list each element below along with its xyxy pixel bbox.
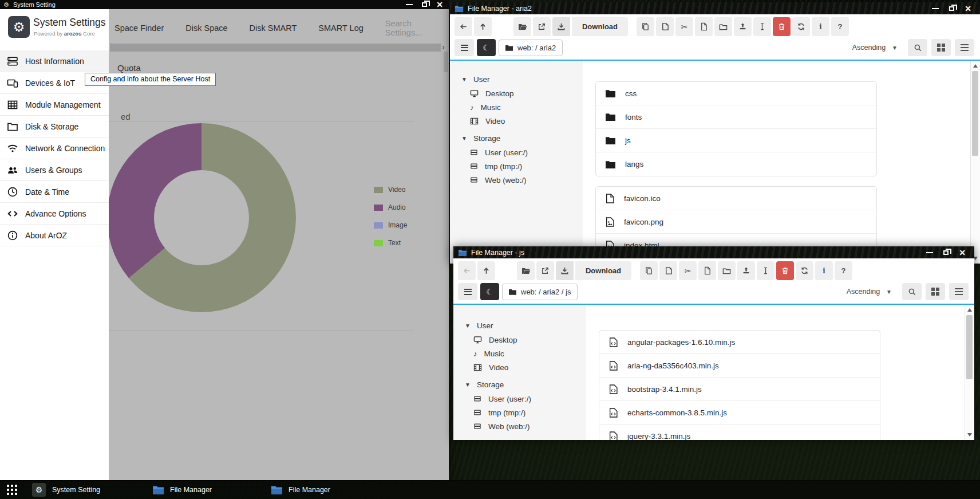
sidebar-item-host-information[interactable]: Host Information <box>0 50 109 72</box>
upload-button[interactable] <box>737 261 755 280</box>
sidebar-item-disk-storage[interactable]: Disk & Storage <box>0 116 109 137</box>
maximize-icon[interactable] <box>949 6 954 11</box>
tree-group-storage[interactable]: ▼Storage <box>465 378 586 392</box>
tree-item-web-drive[interactable]: Web (web:/) <box>461 173 583 187</box>
theme-toggle-button[interactable]: ☾ <box>480 283 499 300</box>
search-button[interactable] <box>902 283 922 300</box>
scroll-right-chevron-icon[interactable]: › <box>442 42 445 52</box>
tree-group-storage[interactable]: ▼Storage <box>461 131 583 146</box>
sidebar-item-about-aroz[interactable]: About ArOZ <box>0 225 109 246</box>
download-icon-button[interactable] <box>552 17 570 36</box>
grid-view-button[interactable] <box>931 39 951 56</box>
refresh-button[interactable] <box>796 261 813 280</box>
app-launcher-icon[interactable] <box>7 485 17 495</box>
paste-button[interactable] <box>659 261 677 280</box>
cut-button[interactable]: ✂ <box>675 17 693 36</box>
sort-order-dropdown[interactable]: Ascending ▼ <box>846 40 904 56</box>
fm-aria2-scrollbar[interactable] <box>970 61 980 264</box>
delete-button[interactable] <box>773 17 791 36</box>
search-button[interactable] <box>908 39 927 56</box>
paste-button[interactable] <box>656 17 674 36</box>
tree-item-desktop[interactable]: Desktop <box>465 333 586 347</box>
sidebar-item-network-connection[interactable]: Network & Connection <box>0 137 109 159</box>
grid-view-button[interactable] <box>926 283 945 300</box>
file-row-jquery[interactable]: jquery-3.3.1.min.js <box>599 425 880 440</box>
tree-item-video[interactable]: Video <box>465 360 586 374</box>
close-icon[interactable]: ✕ <box>436 1 443 9</box>
file-row-js[interactable]: js <box>596 129 876 152</box>
new-file-button[interactable] <box>695 17 713 36</box>
tab-disk-smart[interactable]: Disk SMART <box>250 23 297 33</box>
new-file-button[interactable] <box>698 261 716 280</box>
tree-item-music[interactable]: ♪Music <box>461 100 583 114</box>
tab-space-finder[interactable]: Space Finder <box>114 23 164 33</box>
download-icon-button[interactable] <box>556 261 574 280</box>
download-button[interactable]: Download <box>572 17 628 36</box>
breadcrumb[interactable]: web: / aria2 <box>499 40 563 56</box>
taskbar-item-system-setting[interactable]: ⚙ System Setting <box>32 483 100 497</box>
open-button[interactable] <box>517 261 535 280</box>
tree-item-music[interactable]: ♪Music <box>465 347 586 360</box>
tree-group-user[interactable]: ▼User <box>465 319 586 333</box>
rename-button[interactable] <box>757 261 774 280</box>
tree-item-video[interactable]: Video <box>461 114 583 128</box>
tree-item-tmp-drive[interactable]: tmp (tmp:/) <box>461 159 583 173</box>
tree-item-desktop[interactable]: Desktop <box>461 87 583 100</box>
tree-item-user-drive[interactable]: User (user:/) <box>461 146 583 159</box>
open-external-button[interactable] <box>536 261 554 280</box>
file-row-favicon-ico[interactable]: favicon.ico <box>596 187 876 210</box>
tree-group-user[interactable]: ▼User <box>461 72 583 87</box>
download-button[interactable]: Download <box>575 261 631 280</box>
help-button[interactable]: ? <box>835 261 852 280</box>
list-view-button[interactable] <box>949 283 969 300</box>
copy-button[interactable] <box>640 261 658 280</box>
file-row-css[interactable]: css <box>596 82 876 105</box>
breadcrumb[interactable]: web: / aria2 / js <box>502 284 578 300</box>
file-row-echarts[interactable]: echarts-common-3.8.5.min.js <box>599 401 880 425</box>
minimize-icon[interactable] <box>932 8 939 9</box>
menu-button[interactable] <box>455 39 474 56</box>
new-folder-button[interactable] <box>718 261 736 280</box>
fm-js-scrollbar[interactable] <box>965 305 974 440</box>
file-row-favicon-png[interactable]: favicon.png <box>596 210 876 234</box>
maximize-icon[interactable] <box>943 250 949 255</box>
file-row-langs[interactable]: langs <box>596 152 876 176</box>
new-folder-button[interactable] <box>714 17 732 36</box>
rename-button[interactable] <box>753 17 771 36</box>
copy-button[interactable] <box>637 17 654 36</box>
system-settings-titlebar[interactable]: ⚙ System Setting ✕ <box>0 0 449 9</box>
tree-item-web-drive[interactable]: Web (web:/) <box>465 419 586 433</box>
scroll-up-icon[interactable] <box>967 308 972 312</box>
sort-order-dropdown[interactable]: Ascending ▼ <box>840 284 898 300</box>
search-settings-input[interactable]: Search Settings... <box>385 19 449 37</box>
cut-button[interactable]: ✂ <box>679 261 697 280</box>
scroll-up-icon[interactable] <box>973 64 978 68</box>
fm-aria2-titlebar[interactable]: File Manager - aria2 ✕ <box>450 2 980 14</box>
tab-smart-log[interactable]: SMART Log <box>318 23 363 33</box>
horizontal-scrollbar[interactable] <box>110 44 441 52</box>
sidebar-item-users-groups[interactable]: Users & Groups <box>0 159 109 181</box>
file-row-fonts[interactable]: fonts <box>596 105 876 129</box>
list-view-button[interactable] <box>955 39 974 56</box>
file-row-angular[interactable]: angular-packages-1.6.10.min.js <box>599 331 880 354</box>
back-button[interactable] <box>458 261 476 280</box>
scrollbar-thumb[interactable] <box>972 71 978 156</box>
help-button[interactable]: ? <box>831 17 849 36</box>
properties-button[interactable]: i <box>812 17 829 36</box>
tree-item-user-drive[interactable]: User (user:/) <box>465 392 586 406</box>
upload-button[interactable] <box>734 17 752 36</box>
vertical-scrollbar-thumb[interactable] <box>444 52 448 72</box>
menu-button[interactable] <box>458 283 477 300</box>
fm-js-titlebar[interactable]: File Manager - js ✕ <box>453 246 974 258</box>
tree-item-tmp-drive[interactable]: tmp (tmp:/) <box>465 406 586 419</box>
tab-disk-space[interactable]: Disk Space <box>185 23 227 33</box>
theme-toggle-button[interactable]: ☾ <box>477 39 496 56</box>
refresh-button[interactable] <box>792 17 810 36</box>
close-icon[interactable]: ✕ <box>965 5 971 13</box>
sidebar-item-date-time[interactable]: Date & Time <box>0 181 109 203</box>
minimize-icon[interactable] <box>926 252 933 253</box>
back-button[interactable] <box>455 17 472 36</box>
scrollbar-thumb[interactable] <box>966 315 973 379</box>
delete-button[interactable] <box>776 261 794 280</box>
open-external-button[interactable] <box>533 17 551 36</box>
